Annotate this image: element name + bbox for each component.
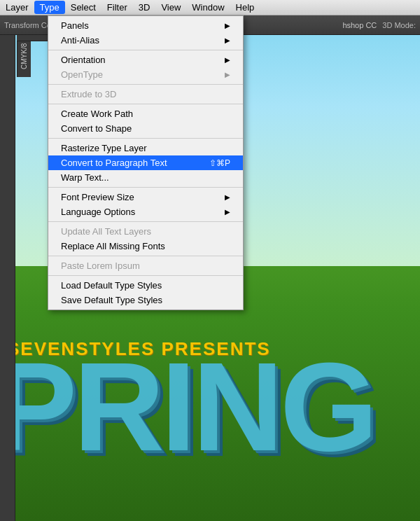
- menu-item-update-text[interactable]: Update All Text Layers: [48, 224, 243, 239]
- menu-item-load-styles[interactable]: Load Default Type Styles: [48, 278, 243, 293]
- menu-item-create-work-path[interactable]: Create Work Path: [48, 106, 243, 121]
- menu-item-paste-lorem[interactable]: Paste Lorem Ipsum: [48, 258, 243, 273]
- menu-item-orientation[interactable]: Orientation ▶: [48, 53, 243, 67]
- menu-type[interactable]: Type: [34, 1, 65, 14]
- menu-layer[interactable]: Layer: [0, 1, 34, 14]
- menu-item-font-preview[interactable]: Font Preview Size ▶: [48, 190, 243, 204]
- menu-3d[interactable]: 3D: [133, 1, 156, 14]
- separator-4: [48, 138, 243, 139]
- menu-item-save-styles[interactable]: Save Default Type Styles: [48, 293, 243, 307]
- separator-3: [48, 104, 243, 104]
- opentype-arrow: ▶: [225, 71, 230, 78]
- menu-item-replace-fonts[interactable]: Replace All Missing Fonts: [48, 239, 243, 253]
- language-options-arrow: ▶: [225, 208, 230, 216]
- menu-item-convert-shape[interactable]: Convert to Shape: [48, 121, 243, 136]
- menu-help[interactable]: Help: [230, 1, 260, 14]
- menu-select[interactable]: Select: [65, 1, 102, 14]
- font-preview-arrow: ▶: [225, 193, 230, 201]
- mode-3d-label: 3D Mode:: [382, 21, 416, 29]
- menu-item-warp-text[interactable]: Warp Text...: [48, 170, 243, 185]
- menu-item-extrude[interactable]: Extrude to 3D: [48, 87, 243, 102]
- transform-controls-label: [17, 35, 52, 41]
- menu-item-convert-paragraph[interactable]: Convert to Paragraph Text ⇧⌘P: [48, 155, 243, 170]
- menu-item-rasterize[interactable]: Rasterize Type Layer: [48, 141, 243, 155]
- menu-item-language-options[interactable]: Language Options ▶: [48, 204, 243, 219]
- menu-item-opentype[interactable]: OpenType ▶: [48, 67, 243, 82]
- menu-filter[interactable]: Filter: [102, 1, 133, 14]
- cmyk-indicator: CMYK/8: [17, 35, 31, 77]
- separator-1: [48, 50, 243, 50]
- separator-6: [48, 221, 243, 222]
- antialias-arrow: ▶: [225, 36, 230, 44]
- menu-view[interactable]: View: [155, 1, 186, 14]
- separator-2: [48, 84, 243, 85]
- menu-window[interactable]: Window: [186, 1, 230, 14]
- convert-paragraph-shortcut: ⇧⌘P: [209, 158, 230, 168]
- menubar: Layer Type Select Filter 3D View Window …: [0, 0, 420, 15]
- separator-8: [48, 275, 243, 276]
- ps-title: hshop CC: [342, 21, 377, 29]
- panels-arrow: ▶: [225, 22, 230, 29]
- left-toolbar: [0, 35, 15, 521]
- orientation-arrow: ▶: [225, 56, 230, 64]
- menu-item-antialias[interactable]: Anti-Alias ▶: [48, 33, 243, 48]
- type-dropdown-menu: Panels ▶ Anti-Alias ▶ Orientation ▶ Open…: [48, 15, 244, 310]
- spring-text: PRING: [0, 334, 374, 479]
- separator-7: [48, 256, 243, 256]
- menu-item-panels[interactable]: Panels ▶: [48, 18, 243, 33]
- separator-5: [48, 187, 243, 188]
